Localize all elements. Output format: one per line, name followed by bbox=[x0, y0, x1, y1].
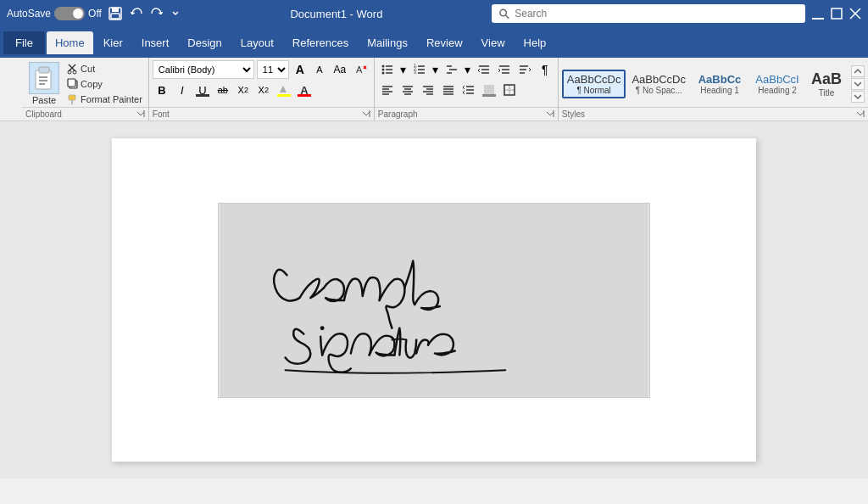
shading-color-bar bbox=[482, 94, 496, 97]
menu-item-file[interactable]: File bbox=[3, 31, 45, 54]
style-title[interactable]: AaB Title bbox=[807, 68, 846, 100]
show-marks-button[interactable]: ¶ bbox=[536, 60, 554, 79]
paste-label: Paste bbox=[32, 95, 56, 105]
increase-indent-icon bbox=[498, 63, 511, 76]
style-title-label: Title bbox=[819, 88, 835, 98]
align-left-icon bbox=[381, 83, 394, 97]
font-size-select[interactable]: 11 bbox=[257, 60, 289, 79]
menu-item-mailings[interactable]: Mailings bbox=[359, 31, 416, 54]
numbered-list-icon: 1.2.3. bbox=[413, 63, 426, 76]
copy-button[interactable]: Copy bbox=[64, 77, 145, 91]
close-icon[interactable] bbox=[849, 8, 861, 20]
font-label: Font bbox=[149, 107, 374, 120]
cut-button[interactable]: Cut bbox=[64, 62, 145, 76]
multilevel-list-button[interactable] bbox=[442, 60, 461, 79]
svg-rect-5 bbox=[812, 18, 824, 20]
decrease-indent-button[interactable] bbox=[475, 60, 493, 79]
save-icon[interactable] bbox=[107, 5, 124, 22]
numbered-list-dropdown[interactable]: ▾ bbox=[431, 60, 441, 79]
autosave-toggle[interactable] bbox=[54, 7, 85, 20]
underline-button[interactable]: U bbox=[193, 81, 212, 99]
style-heading1[interactable]: AaBbCc Heading 1 bbox=[692, 70, 748, 98]
align-left-button[interactable] bbox=[378, 81, 397, 99]
maximize-icon[interactable] bbox=[831, 8, 843, 20]
styles-section: AaBbCcDc ¶ Normal AaBbCcDc ¶ No Spac... … bbox=[559, 58, 868, 120]
search-box[interactable] bbox=[492, 4, 805, 23]
format-painter-button[interactable]: Format Painter bbox=[64, 92, 145, 106]
clear-formatting-button[interactable]: A bbox=[352, 60, 370, 79]
menu-item-home[interactable]: Home bbox=[47, 31, 93, 54]
font-grow-button[interactable]: A bbox=[292, 61, 309, 78]
format-painter-icon bbox=[67, 93, 79, 105]
style-normal[interactable]: AaBbCcDc ¶ Normal bbox=[562, 70, 626, 98]
cut-label: Cut bbox=[81, 64, 95, 74]
underline-color-bar bbox=[196, 94, 209, 97]
italic-button[interactable]: I bbox=[173, 81, 192, 99]
document-page[interactable] bbox=[112, 138, 756, 462]
line-spacing-button[interactable] bbox=[459, 81, 478, 99]
sort-button[interactable] bbox=[515, 60, 534, 79]
paragraph-expand-icon[interactable] bbox=[546, 109, 554, 118]
styles-scroll-up[interactable] bbox=[851, 65, 865, 103]
menu-item-kier[interactable]: Kier bbox=[95, 31, 131, 54]
paste-button[interactable]: Paste bbox=[25, 60, 63, 107]
style-no-spacing-preview: AaBbCcDc bbox=[632, 73, 686, 86]
strikethrough-button[interactable]: ab bbox=[214, 81, 232, 99]
menu-item-layout[interactable]: Layout bbox=[232, 31, 282, 54]
font-shrink-button[interactable]: A bbox=[311, 61, 328, 78]
multilevel-list-dropdown[interactable]: ▾ bbox=[463, 60, 473, 79]
svg-rect-20 bbox=[69, 95, 75, 100]
title-bar: AutoSave Off Document1 - Word bbox=[0, 0, 868, 27]
styles-expand[interactable] bbox=[851, 91, 865, 103]
align-justify-icon bbox=[442, 83, 455, 97]
borders-icon bbox=[504, 84, 515, 96]
align-justify-button[interactable] bbox=[439, 81, 458, 99]
svg-rect-10 bbox=[39, 67, 49, 73]
undo-icon[interactable] bbox=[129, 6, 144, 21]
style-title-preview: AaB bbox=[811, 70, 842, 88]
style-no-spacing[interactable]: AaBbCcDc ¶ No Spac... bbox=[627, 70, 690, 98]
styles-expand-icon bbox=[854, 92, 862, 101]
redo-icon[interactable] bbox=[149, 6, 164, 21]
title-bar-center: Document1 - Word bbox=[290, 8, 382, 20]
style-heading2[interactable]: AaBbCcI Heading 2 bbox=[749, 70, 805, 98]
superscript-button[interactable]: X2 bbox=[254, 81, 273, 99]
menu-item-design[interactable]: Design bbox=[179, 31, 230, 54]
clipboard-expand-icon[interactable] bbox=[136, 109, 145, 118]
autosave-area: AutoSave Off bbox=[7, 7, 102, 20]
subscript-button[interactable]: X2 bbox=[234, 81, 253, 99]
menu-item-references[interactable]: References bbox=[284, 31, 357, 54]
menu-item-help[interactable]: Help bbox=[515, 31, 555, 54]
scroll-down-icon bbox=[854, 81, 862, 87]
align-right-button[interactable] bbox=[419, 81, 437, 99]
toggle-knob bbox=[73, 8, 83, 19]
numbered-list-button[interactable]: 1.2.3. bbox=[410, 60, 429, 79]
change-case-button[interactable]: Aa bbox=[331, 60, 349, 79]
document-area bbox=[0, 121, 868, 479]
font-color-button[interactable]: A bbox=[295, 81, 314, 99]
font-color-bar bbox=[298, 94, 311, 97]
highlight-button[interactable] bbox=[275, 81, 293, 99]
align-center-button[interactable] bbox=[398, 81, 417, 99]
font-name-select[interactable]: Calibri (Body) bbox=[153, 60, 254, 79]
svg-rect-76 bbox=[220, 204, 648, 397]
bullet-list-dropdown[interactable]: ▾ bbox=[398, 60, 409, 79]
bullet-list-button[interactable] bbox=[378, 60, 397, 79]
style-heading1-preview: AaBbCc bbox=[698, 73, 742, 86]
increase-indent-button[interactable] bbox=[495, 60, 514, 79]
shading-button[interactable] bbox=[480, 81, 498, 99]
styles-scroll-down[interactable] bbox=[851, 78, 865, 90]
menu-item-insert[interactable]: Insert bbox=[133, 31, 178, 54]
svg-rect-13 bbox=[39, 83, 45, 85]
bold-button[interactable]: B bbox=[153, 81, 171, 99]
menu-item-review[interactable]: Review bbox=[418, 31, 471, 54]
autosave-label: AutoSave bbox=[7, 8, 51, 20]
customize-icon[interactable] bbox=[170, 8, 181, 20]
font-expand-icon[interactable] bbox=[362, 109, 370, 118]
paragraph-label: Paragraph bbox=[375, 107, 558, 120]
styles-expand-icon2[interactable] bbox=[856, 109, 865, 118]
menu-item-view[interactable]: View bbox=[473, 31, 514, 54]
search-input[interactable] bbox=[515, 8, 798, 20]
minimize-icon[interactable] bbox=[812, 8, 824, 20]
borders-button[interactable] bbox=[500, 81, 519, 99]
